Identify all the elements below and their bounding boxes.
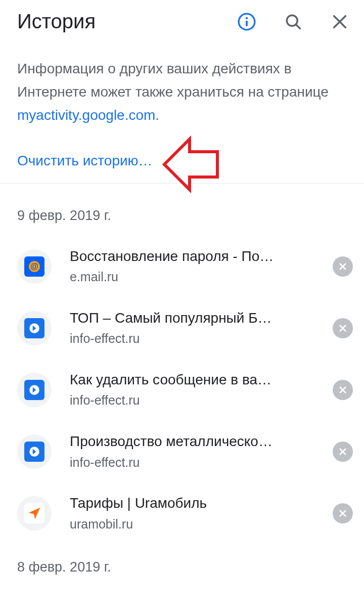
item-domain: e.mail.ru [70,268,314,286]
notice-text: Информация о других ваших действиях в Ин… [17,57,347,127]
svg-text:@: @ [30,262,38,271]
history-item[interactable]: ТОП – Самый популярный Б… info-effect.ru [0,297,364,359]
page-title: История [17,10,233,33]
item-title: Производство металлическо… [70,432,314,451]
svg-line-4 [296,25,300,29]
clear-history-button[interactable]: Очистить историю… [17,153,153,168]
item-title: Тарифы | Uraмобиль [70,494,314,513]
nav-icon [24,503,44,523]
history-item[interactable]: @ Восстановление пароля - По… e.mail.ru [0,236,364,297]
delete-item-button[interactable] [333,256,353,277]
arrow-right-icon [24,442,44,462]
search-icon[interactable] [283,12,303,32]
history-item[interactable]: Тарифы | Uraмобиль uramobil.ru [0,483,364,544]
delete-item-button[interactable] [333,442,353,462]
info-icon[interactable] [237,12,257,32]
svg-point-1 [246,17,248,19]
delete-item-button[interactable] [333,318,353,338]
item-domain: info-effect.ru [70,453,314,471]
item-domain: uramobil.ru [70,515,314,533]
favicon [17,311,52,345]
item-title: ТОП – Самый популярный Б… [70,309,314,328]
item-domain: info-effect.ru [70,391,314,409]
at-icon: @ [24,256,44,277]
favicon [17,373,52,407]
delete-item-button[interactable] [333,503,353,523]
history-item[interactable]: Как удалить сообщение в ва… info-effect.… [0,359,364,421]
arrow-right-icon [24,318,44,338]
delete-item-button[interactable] [333,380,353,400]
myactivity-link[interactable]: myactivity.google.com [17,107,155,123]
close-icon[interactable] [330,12,350,32]
item-title: Восстановление пароля - По… [70,247,314,266]
favicon: @ [17,249,52,284]
history-item[interactable]: Производство металлическо… info-effect.r… [0,421,364,483]
date-header: 8 февр. 2019 г. [0,544,364,587]
item-title: Как удалить сообщение в ва… [70,370,314,389]
favicon [17,496,52,531]
item-domain: info-effect.ru [70,329,314,347]
svg-rect-2 [246,20,248,26]
favicon [17,434,52,469]
arrow-right-icon [24,380,44,400]
date-header: 9 февр. 2019 г. [0,184,364,236]
